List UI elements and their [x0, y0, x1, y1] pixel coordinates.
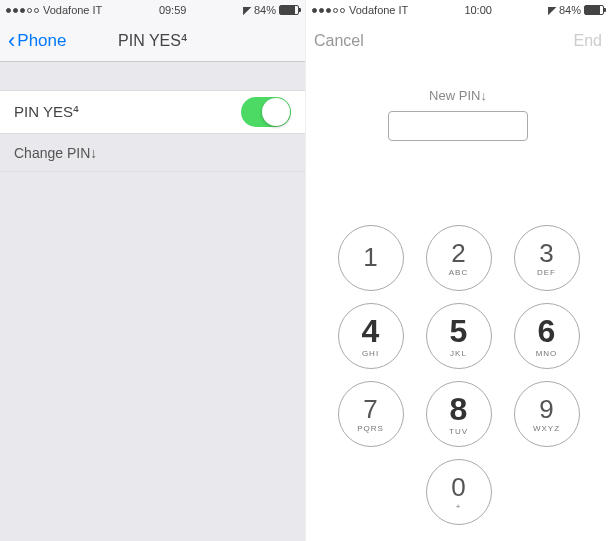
keypad-key-8[interactable]: 8 TUV [426, 381, 492, 447]
keypad-key-4[interactable]: 4 GHI [338, 303, 404, 369]
carrier-label: Vodafone IT [43, 4, 102, 16]
signal-strength-icon [312, 8, 345, 13]
keypad-key-5[interactable]: 5 JKL [426, 303, 492, 369]
nav-bar: ‹ Phone PIN YES⁴ [0, 20, 305, 62]
battery-icon [279, 5, 299, 15]
change-pin-row[interactable]: Change PIN↓ [0, 134, 305, 172]
back-button[interactable]: ‹ Phone [8, 30, 67, 52]
chevron-left-icon: ‹ [8, 30, 15, 52]
pin-toggle-row: PIN YES⁴ [0, 90, 305, 134]
status-time: 09:59 [102, 4, 243, 16]
pin-entry-screen: Vodafone IT 10:00 ◤ 84% Cancel End New P… [305, 0, 610, 541]
signal-strength-icon [6, 8, 39, 13]
battery-icon [584, 5, 604, 15]
location-icon: ◤ [243, 4, 251, 17]
battery-percent: 84% [559, 4, 581, 16]
status-time: 10:00 [408, 4, 548, 16]
location-icon: ◤ [548, 4, 556, 17]
back-label: Phone [17, 31, 66, 51]
keypad-key-7[interactable]: 7 PQRS [338, 381, 404, 447]
change-pin-label: Change PIN↓ [14, 145, 97, 161]
cancel-button[interactable]: Cancel [314, 32, 364, 50]
pin-input[interactable] [388, 111, 528, 141]
keypad-key-9[interactable]: 9 WXYZ [514, 381, 580, 447]
new-pin-label: New PIN↓ [306, 88, 610, 103]
end-button[interactable]: End [574, 32, 602, 50]
keypad: 1 2 ABC 3 DEF 4 GHI 5 JKL 6 MNO [306, 225, 610, 525]
status-right: ◤ 84% [548, 4, 604, 17]
status-bar: Vodafone IT 10:00 ◤ 84% [306, 0, 610, 20]
pin-toggle-switch[interactable] [241, 97, 291, 127]
battery-percent: 84% [254, 4, 276, 16]
settings-screen: Vodafone IT 09:59 ◤ 84% ‹ Phone PIN YES⁴… [0, 0, 305, 541]
status-bar: Vodafone IT 09:59 ◤ 84% [0, 0, 305, 20]
keypad-key-6[interactable]: 6 MNO [514, 303, 580, 369]
nav-bar: Cancel End [306, 20, 610, 62]
keypad-key-3[interactable]: 3 DEF [514, 225, 580, 291]
keypad-key-2[interactable]: 2 ABC [426, 225, 492, 291]
pin-toggle-label: PIN YES⁴ [14, 103, 79, 121]
keypad-key-1[interactable]: 1 [338, 225, 404, 291]
carrier-label: Vodafone IT [349, 4, 408, 16]
pin-section: New PIN↓ [306, 62, 610, 141]
status-right: ◤ 84% [243, 4, 299, 17]
keypad-key-0[interactable]: 0 + [426, 459, 492, 525]
